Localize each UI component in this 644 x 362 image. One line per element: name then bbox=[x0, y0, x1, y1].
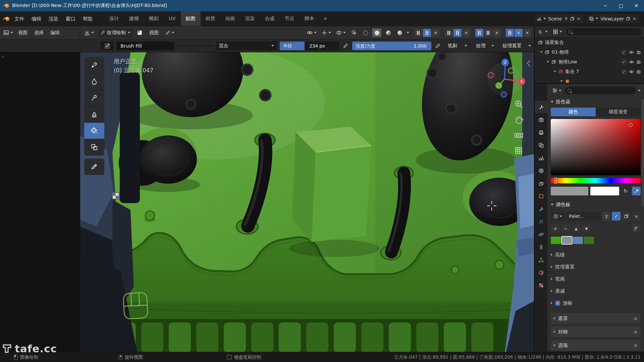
brush-preview-button[interactable] bbox=[101, 42, 114, 50]
tool-mask-button[interactable] bbox=[84, 139, 104, 156]
blend-mode-dropdown[interactable]: 混合 bbox=[216, 42, 277, 50]
subpanel-stroke[interactable]: 笔画 bbox=[551, 273, 641, 285]
tab-object-data[interactable] bbox=[535, 253, 547, 266]
tab-view-layer[interactable] bbox=[535, 139, 547, 152]
menu-edit[interactable]: 编辑 bbox=[28, 11, 45, 26]
panel-mask[interactable]: 遮罩 ≡ bbox=[551, 313, 641, 324]
panel-symmetry[interactable]: 对称 ≡ bbox=[551, 326, 641, 337]
new-palette-button[interactable] bbox=[622, 212, 631, 221]
outliner-row-collection[interactable]: 01-炮塔 ✓ bbox=[535, 47, 644, 57]
tool-fill-button[interactable] bbox=[84, 123, 104, 139]
disclosure-triangle-icon[interactable] bbox=[560, 80, 563, 82]
collection-checkbox[interactable]: ✓ bbox=[622, 50, 626, 55]
image-menu-select[interactable]: 选择 bbox=[31, 26, 47, 39]
collection-checkbox[interactable]: ✓ bbox=[622, 69, 626, 74]
clear-toggle[interactable]: × bbox=[432, 29, 440, 37]
menu-help[interactable]: 帮助 bbox=[79, 11, 96, 26]
tool-clone-button[interactable] bbox=[84, 106, 104, 123]
subpanel-cursor[interactable]: ✓ 游标 bbox=[551, 297, 641, 309]
tab-active-tool[interactable] bbox=[535, 101, 547, 113]
tab-object[interactable] bbox=[535, 190, 547, 202]
move-color-down-button[interactable]: ▼ bbox=[582, 225, 591, 233]
unlink-palette-button[interactable]: × bbox=[632, 212, 641, 221]
tab-material[interactable] bbox=[535, 266, 547, 279]
collection-checkbox[interactable]: ✓ bbox=[622, 60, 626, 64]
strength-slider[interactable]: 强度/力度 1.000 bbox=[352, 42, 431, 50]
tab-particles[interactable] bbox=[535, 215, 547, 228]
tab-material[interactable]: 材质 bbox=[201, 11, 220, 26]
outliner-row-collection[interactable]: 集合 7 ✓ bbox=[535, 67, 644, 76]
menu-file[interactable]: 文件 bbox=[11, 11, 28, 26]
tab-collection[interactable] bbox=[535, 177, 547, 190]
panel-options-partial[interactable]: 选项 ≡ bbox=[551, 340, 641, 351]
saturation-value-picker[interactable] bbox=[551, 119, 641, 175]
tool-soften-button[interactable] bbox=[84, 73, 104, 90]
pin-icon[interactable] bbox=[564, 17, 568, 21]
swap-colors-button[interactable]: ↻ bbox=[621, 187, 630, 195]
tab-texture[interactable] bbox=[535, 279, 547, 292]
gizmos-button[interactable] bbox=[320, 28, 332, 37]
tab-scripting[interactable]: 脚本 bbox=[300, 11, 319, 26]
image-menu-edit[interactable]: 编辑 bbox=[47, 26, 63, 39]
shading-solid-button[interactable] bbox=[372, 28, 381, 37]
shading-wireframe-button[interactable] bbox=[361, 28, 370, 37]
tool-draw-button[interactable] bbox=[84, 57, 104, 73]
palette-swatch[interactable] bbox=[584, 237, 594, 244]
tool-smear-button[interactable] bbox=[84, 90, 104, 106]
disclosure-triangle-icon[interactable] bbox=[553, 71, 556, 72]
outliner-display-mode-button[interactable] bbox=[551, 27, 564, 36]
palette-name-field[interactable]: Palet.. bbox=[566, 212, 601, 221]
render-camera-icon[interactable] bbox=[637, 50, 641, 54]
annotate-dropdown[interactable] bbox=[164, 28, 176, 37]
maximize-button[interactable]: □ bbox=[613, 0, 629, 11]
cursor-checkbox[interactable]: ✓ bbox=[555, 301, 560, 306]
tab-sculpting[interactable]: 雕刻 bbox=[144, 11, 164, 26]
mask-toggle[interactable] bbox=[484, 29, 492, 37]
outliner-row-collection[interactable]: 炮塔Low ✓ bbox=[535, 57, 644, 67]
menu-render[interactable]: 渲染 bbox=[45, 11, 62, 26]
editor-type-button[interactable] bbox=[83, 28, 95, 37]
stencil-image-button[interactable] bbox=[136, 28, 144, 37]
eye-icon[interactable] bbox=[629, 70, 634, 74]
xray-toggle[interactable] bbox=[350, 28, 359, 37]
outliner-row-object-partial[interactable] bbox=[535, 76, 644, 84]
tab-gradient[interactable]: 梯度渐变 bbox=[596, 108, 641, 116]
palette-swatch-selected[interactable] bbox=[562, 237, 572, 244]
remove-color-button[interactable]: − bbox=[561, 225, 570, 233]
tab-render[interactable] bbox=[535, 113, 547, 126]
scene-selector[interactable]: Scene × bbox=[534, 14, 583, 23]
brush-name-button[interactable]: Brush Fill bbox=[116, 42, 174, 50]
subpanel-advanced[interactable]: 高级 bbox=[551, 249, 641, 261]
tool-annotate-button[interactable] bbox=[84, 159, 104, 175]
outliner-row-scene-collection[interactable]: 场景集合 bbox=[535, 38, 644, 47]
brush-color-swatches[interactable] bbox=[177, 46, 213, 46]
tab-modeling[interactable]: 建模 bbox=[124, 11, 144, 26]
subpanel-texture-mask[interactable]: 纹理遮罩 bbox=[551, 261, 641, 273]
add-workspace-button[interactable]: + bbox=[319, 11, 331, 26]
tab-physics[interactable] bbox=[535, 228, 547, 241]
tab-layout[interactable]: 设计 bbox=[104, 11, 124, 26]
add-color-button[interactable]: + bbox=[551, 225, 560, 233]
stencil-toggle[interactable] bbox=[506, 29, 514, 37]
eye-icon[interactable] bbox=[629, 50, 634, 54]
editor-type-button[interactable] bbox=[2, 28, 14, 37]
object-visibility-button[interactable] bbox=[306, 28, 318, 37]
clear-toggle[interactable]: × bbox=[462, 29, 470, 37]
picker-cursor[interactable] bbox=[629, 123, 633, 127]
panel-drag-handle[interactable]: ≡ bbox=[634, 329, 638, 335]
disclosure-triangle-icon[interactable] bbox=[540, 51, 543, 53]
properties-scrollbar[interactable] bbox=[642, 99, 644, 206]
move-color-up-button[interactable]: ▲ bbox=[572, 225, 581, 233]
tab-output[interactable] bbox=[535, 126, 547, 139]
secondary-color-field[interactable] bbox=[590, 187, 619, 195]
radius-pressure-button[interactable] bbox=[342, 42, 350, 50]
radius-slider[interactable]: 半径 234 px bbox=[280, 42, 339, 50]
filter-dropdown-icon[interactable] bbox=[638, 90, 641, 92]
tab-texture-paint[interactable]: 贴图 bbox=[181, 11, 201, 26]
shading-rendered-button[interactable] bbox=[395, 28, 404, 37]
palette-users-badge[interactable]: 2 bbox=[602, 212, 610, 221]
image-editor-region[interactable]: › bbox=[0, 52, 80, 352]
close-button[interactable]: ✕ bbox=[629, 0, 644, 11]
viewlayer-selector[interactable]: ViewLayer × bbox=[587, 14, 639, 23]
tab-scene[interactable] bbox=[535, 152, 547, 164]
